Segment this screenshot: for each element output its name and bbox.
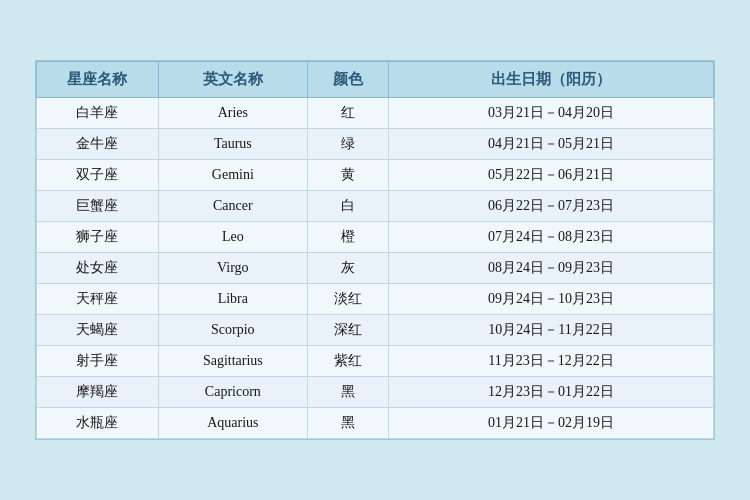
header-chinese-name: 星座名称	[37, 62, 159, 98]
cell-date: 12月23日－01月22日	[389, 377, 714, 408]
table-row: 射手座Sagittarius紫红11月23日－12月22日	[37, 346, 714, 377]
cell-chinese: 水瓶座	[37, 408, 159, 439]
cell-chinese: 天蝎座	[37, 315, 159, 346]
cell-color: 深红	[307, 315, 388, 346]
cell-english: Sagittarius	[158, 346, 307, 377]
table-header-row: 星座名称 英文名称 颜色 出生日期（阳历）	[37, 62, 714, 98]
header-birth-date: 出生日期（阳历）	[389, 62, 714, 98]
table-row: 处女座Virgo灰08月24日－09月23日	[37, 253, 714, 284]
cell-chinese: 摩羯座	[37, 377, 159, 408]
cell-date: 05月22日－06月21日	[389, 160, 714, 191]
cell-date: 01月21日－02月19日	[389, 408, 714, 439]
cell-date: 03月21日－04月20日	[389, 98, 714, 129]
cell-date: 07月24日－08月23日	[389, 222, 714, 253]
cell-chinese: 白羊座	[37, 98, 159, 129]
header-color: 颜色	[307, 62, 388, 98]
cell-chinese: 天秤座	[37, 284, 159, 315]
cell-date: 06月22日－07月23日	[389, 191, 714, 222]
cell-color: 淡红	[307, 284, 388, 315]
cell-color: 紫红	[307, 346, 388, 377]
cell-english: Capricorn	[158, 377, 307, 408]
cell-date: 11月23日－12月22日	[389, 346, 714, 377]
table-row: 巨蟹座Cancer白06月22日－07月23日	[37, 191, 714, 222]
cell-color: 黑	[307, 377, 388, 408]
cell-color: 绿	[307, 129, 388, 160]
cell-english: Libra	[158, 284, 307, 315]
cell-chinese: 处女座	[37, 253, 159, 284]
cell-chinese: 射手座	[37, 346, 159, 377]
cell-english: Gemini	[158, 160, 307, 191]
cell-color: 红	[307, 98, 388, 129]
zodiac-table-container: 星座名称 英文名称 颜色 出生日期（阳历） 白羊座Aries红03月21日－04…	[35, 60, 715, 440]
table-row: 金牛座Taurus绿04月21日－05月21日	[37, 129, 714, 160]
cell-color: 白	[307, 191, 388, 222]
cell-color: 黑	[307, 408, 388, 439]
table-row: 双子座Gemini黄05月22日－06月21日	[37, 160, 714, 191]
cell-english: Virgo	[158, 253, 307, 284]
table-row: 天蝎座Scorpio深红10月24日－11月22日	[37, 315, 714, 346]
cell-english: Scorpio	[158, 315, 307, 346]
cell-english: Cancer	[158, 191, 307, 222]
table-row: 狮子座Leo橙07月24日－08月23日	[37, 222, 714, 253]
cell-chinese: 狮子座	[37, 222, 159, 253]
zodiac-table: 星座名称 英文名称 颜色 出生日期（阳历） 白羊座Aries红03月21日－04…	[36, 61, 714, 439]
cell-chinese: 金牛座	[37, 129, 159, 160]
table-row: 天秤座Libra淡红09月24日－10月23日	[37, 284, 714, 315]
cell-color: 黄	[307, 160, 388, 191]
table-body: 白羊座Aries红03月21日－04月20日金牛座Taurus绿04月21日－0…	[37, 98, 714, 439]
cell-chinese: 巨蟹座	[37, 191, 159, 222]
cell-english: Taurus	[158, 129, 307, 160]
table-row: 摩羯座Capricorn黑12月23日－01月22日	[37, 377, 714, 408]
cell-date: 04月21日－05月21日	[389, 129, 714, 160]
cell-english: Aries	[158, 98, 307, 129]
cell-color: 灰	[307, 253, 388, 284]
cell-english: Aquarius	[158, 408, 307, 439]
cell-date: 10月24日－11月22日	[389, 315, 714, 346]
cell-date: 08月24日－09月23日	[389, 253, 714, 284]
cell-color: 橙	[307, 222, 388, 253]
cell-english: Leo	[158, 222, 307, 253]
header-english-name: 英文名称	[158, 62, 307, 98]
table-row: 白羊座Aries红03月21日－04月20日	[37, 98, 714, 129]
table-row: 水瓶座Aquarius黑01月21日－02月19日	[37, 408, 714, 439]
cell-chinese: 双子座	[37, 160, 159, 191]
cell-date: 09月24日－10月23日	[389, 284, 714, 315]
